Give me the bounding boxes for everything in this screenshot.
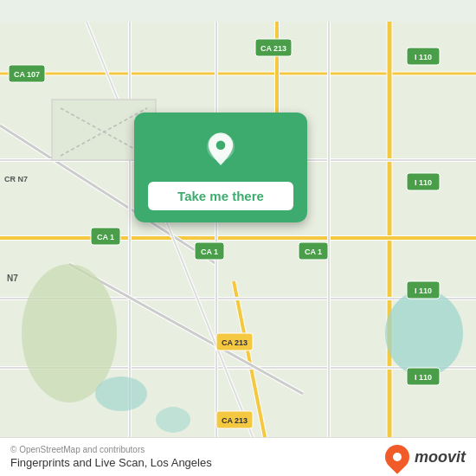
svg-text:CA 213: CA 213 bbox=[222, 338, 248, 347]
map-container: CA 107 CA 213 I 110 I 110 I 110 I 110 CA… bbox=[0, 0, 476, 476]
svg-point-34 bbox=[95, 376, 147, 411]
moovit-logo-icon bbox=[380, 440, 415, 474]
place-name: Fingerprints and Live Scan, Los Angeles bbox=[10, 456, 212, 469]
svg-text:CA 1: CA 1 bbox=[305, 248, 322, 256]
svg-point-32 bbox=[22, 264, 117, 402]
svg-text:CA 213: CA 213 bbox=[222, 416, 248, 425]
svg-text:I 110: I 110 bbox=[415, 286, 432, 295]
take-me-there-card: Take me there bbox=[134, 113, 307, 222]
moovit-brand-text: moovit bbox=[415, 448, 466, 466]
location-pin-icon bbox=[200, 130, 241, 171]
map-attribution: © OpenStreetMap and contributors bbox=[10, 445, 212, 454]
svg-point-33 bbox=[385, 290, 463, 376]
svg-point-62 bbox=[216, 140, 226, 150]
bottom-bar-left: © OpenStreetMap and contributors Fingerp… bbox=[10, 445, 212, 469]
svg-text:CA 1: CA 1 bbox=[201, 248, 218, 256]
svg-text:I 110: I 110 bbox=[415, 53, 432, 61]
svg-text:CR N7: CR N7 bbox=[4, 175, 28, 183]
svg-text:N7: N7 bbox=[7, 273, 18, 283]
take-me-there-button[interactable]: Take me there bbox=[148, 182, 293, 210]
svg-text:CA 1: CA 1 bbox=[97, 233, 114, 241]
svg-text:I 110: I 110 bbox=[415, 373, 432, 382]
bottom-bar: © OpenStreetMap and contributors Fingerp… bbox=[0, 437, 476, 476]
svg-text:CA 213: CA 213 bbox=[261, 44, 286, 53]
svg-text:I 110: I 110 bbox=[415, 178, 432, 187]
moovit-logo: moovit bbox=[385, 445, 466, 469]
svg-point-35 bbox=[156, 407, 190, 433]
map-background: CA 107 CA 213 I 110 I 110 I 110 I 110 CA… bbox=[0, 0, 476, 476]
svg-text:CA 107: CA 107 bbox=[14, 70, 40, 79]
